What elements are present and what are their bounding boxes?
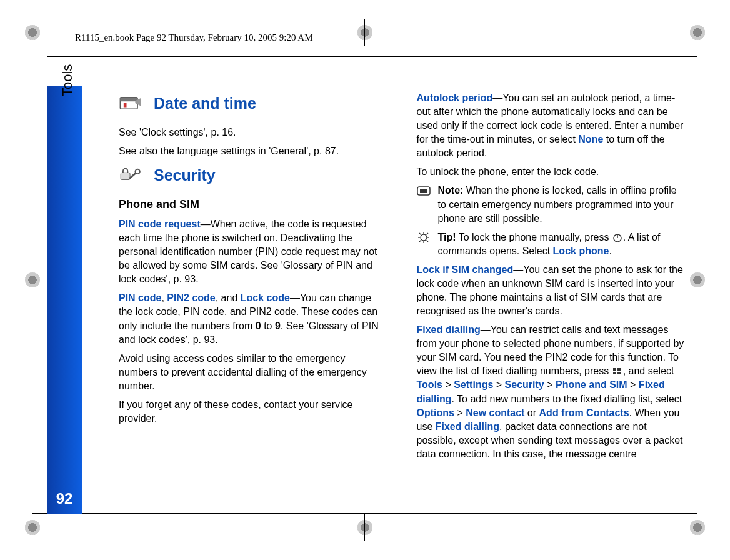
text-to: to: [261, 321, 275, 331]
svg-point-7: [421, 234, 427, 241]
header-filename: R1115_en.book Page 92 Thursday, February…: [75, 32, 313, 43]
label-fixed-dialling-inline: Fixed dialling: [436, 421, 499, 432]
para-lock-sim: Lock if SIM changed—You can set the phon…: [417, 263, 685, 318]
svg-rect-2: [124, 103, 127, 108]
label-lock-if-sim-changed: Lock if SIM changed: [417, 264, 514, 275]
svg-line-15: [426, 233, 428, 235]
svg-rect-1: [120, 98, 138, 102]
text-fixed2: , and select: [623, 366, 674, 376]
svg-rect-3: [121, 172, 130, 179]
svg-line-14: [419, 240, 421, 242]
text-clock-ref: See 'Clock settings', p. 16.: [119, 126, 387, 139]
label-lock-phone: Lock phone: [553, 246, 609, 256]
svg-rect-20: [613, 372, 616, 374]
crop-mark: [690, 520, 705, 535]
label-pin-code-request: PIN code request: [119, 219, 201, 229]
svg-rect-21: [618, 372, 621, 374]
label-pin-code: PIN code: [119, 292, 161, 303]
svg-rect-18: [613, 368, 616, 371]
label-lock-code: Lock code: [241, 292, 290, 303]
para-pin-request: PIN code request—When active, the code i…: [119, 218, 387, 286]
crop-mark: [358, 520, 372, 535]
note-icon: [417, 185, 433, 196]
crop-mark: [25, 520, 40, 535]
crop-mark: [690, 272, 705, 288]
text-and: , and: [216, 292, 241, 303]
heading-date-time: Date and time: [154, 92, 256, 114]
svg-point-4: [135, 169, 139, 174]
page-body: 92 Tools Date and time See 'Clock settin…: [47, 68, 684, 505]
tip-block: Tip! To lock the phone manually, press .…: [417, 231, 685, 258]
section-date-time: Date and time: [119, 92, 387, 114]
svg-rect-6: [420, 189, 428, 193]
crop-mark: [25, 272, 40, 288]
svg-line-13: [426, 240, 428, 242]
nav-settings: Settings: [454, 379, 493, 390]
para-autolock: Autolock period—You can set an autolock …: [417, 91, 685, 160]
tip-label: Tip!: [438, 232, 456, 242]
section-side-label: Tools: [59, 64, 76, 96]
para-codes: PIN code, PIN2 code, and Lock code—You c…: [119, 291, 387, 346]
para-avoid: Avoid using access codes similar to the …: [119, 352, 387, 393]
page-number: 92: [47, 490, 82, 508]
para-forget: If you forget any of these codes, contac…: [119, 398, 387, 426]
tip-dot: .: [609, 246, 611, 256]
crop-mark: [690, 25, 705, 40]
svg-line-12: [419, 233, 421, 235]
note-block: Note: When the phone is locked, calls in…: [417, 184, 685, 225]
label-fixed-dialling: Fixed dialling: [417, 324, 481, 335]
section-security: Security: [119, 164, 387, 186]
digit-zero: 0: [256, 321, 261, 331]
label-pin2-code: PIN2 code: [167, 292, 215, 303]
label-autolock-period: Autolock period: [417, 92, 493, 103]
label-options: Options: [417, 408, 454, 418]
para-unlock: To unlock the phone, enter the lock code…: [417, 165, 685, 179]
crop-mark: [25, 25, 40, 40]
calendar-icon: [119, 95, 142, 111]
footer-rule: [32, 513, 698, 514]
text-lang-ref: See also the language settings in 'Gener…: [119, 144, 387, 158]
note-text: When the phone is locked, calls in offli…: [438, 185, 677, 223]
nav-phone-and-sim: Phone and SIM: [556, 379, 628, 390]
digit-nine: 9: [275, 321, 281, 331]
note-label: Note:: [438, 185, 464, 196]
nav-tools: Tools: [417, 379, 442, 390]
label-new-contact: New contact: [466, 408, 524, 418]
para-fixed-dialling: Fixed dialling—You can restrict calls an…: [417, 323, 685, 461]
menu-key-icon: [612, 366, 623, 376]
svg-rect-19: [618, 368, 621, 371]
power-button-icon: [612, 232, 623, 242]
label-none: None: [578, 134, 603, 144]
nav-security: Security: [505, 379, 544, 390]
tip-icon: [417, 232, 433, 243]
page-tab: 92: [47, 86, 82, 514]
crop-mark: [358, 25, 372, 40]
column-right: Autolock period—You can set an autolock …: [417, 86, 685, 486]
heading-security: Security: [154, 164, 216, 186]
header-rule: [47, 56, 698, 57]
text-or: or: [524, 408, 539, 418]
text-fixed3: . To add new numbers to the fixed dialli…: [452, 394, 682, 404]
heading-phone-sim: Phone and SIM: [119, 197, 387, 212]
lock-wrench-icon: [119, 167, 142, 183]
tip-text1: To lock the phone manually, press: [456, 232, 612, 242]
label-add-from-contacts: Add from Contacts: [539, 408, 629, 418]
column-left: Date and time See 'Clock settings', p. 1…: [119, 86, 387, 486]
